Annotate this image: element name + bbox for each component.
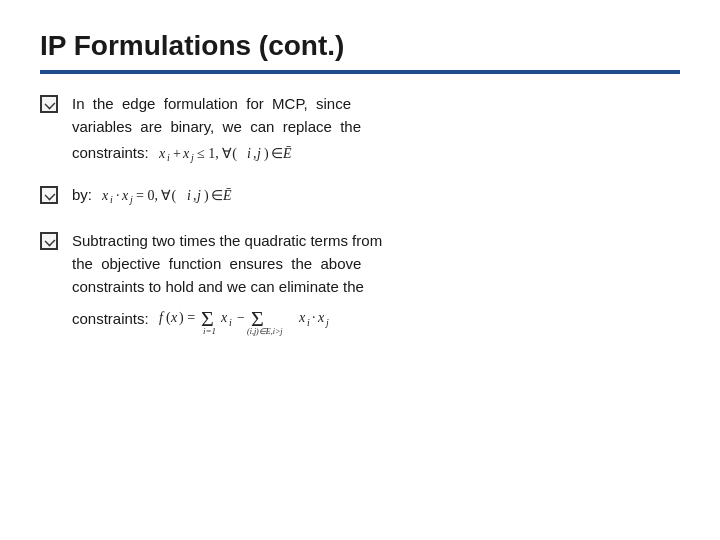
formula1-svg: x i + x j ≤ 1, ∀( i , j ) ∈ Ē [159,141,359,165]
bullet3-line1: Subtracting two times the quadratic term… [72,232,382,249]
svg-text:∈: ∈ [211,188,223,203]
bullet-item-1: In the edge formulation for MCP, since v… [40,92,680,165]
by-row: by: x i · x j = 0, ∀( i , j ) ∈ Ē [72,183,680,207]
svg-text:) =: ) = [179,310,195,326]
bullet3-text: Subtracting two times the quadratic term… [72,229,680,337]
svg-text:j: j [324,317,329,328]
bullet3-line2: the objective function ensures the above [72,255,361,272]
bullet1-text: In the edge formulation for MCP, since v… [72,92,680,165]
svg-text:,: , [253,146,257,161]
svg-text:i: i [187,188,191,203]
bullet1-line2: variables are binary, we can replace the [72,118,361,135]
svg-text:j: j [128,194,133,205]
svg-text:i: i [247,146,251,161]
svg-text:·: · [116,188,120,203]
bullet-content-1: In the edge formulation for MCP, since v… [72,92,680,165]
svg-text:∈: ∈ [271,146,283,161]
svg-text:f: f [159,310,165,325]
svg-text:i: i [229,317,232,328]
svg-text:x: x [182,146,190,161]
bullet-item-3: Subtracting two times the quadratic term… [40,229,680,337]
bullet1-line3: constraints: [72,141,149,164]
slide: IP Formulations (cont.) In the edge form… [0,0,720,540]
bullet3-line3: constraints to hold and we can eliminate… [72,278,364,295]
svg-text:x: x [159,146,166,161]
svg-text:i: i [167,152,170,163]
formula2-svg: x i · x j = 0, ∀( i , j ) ∈ Ē [102,183,302,207]
bullet-list: In the edge formulation for MCP, since v… [40,92,680,336]
bullet-content-2: by: x i · x j = 0, ∀( i , j ) ∈ Ē [72,183,680,207]
svg-text:≤ 1,  ∀(: ≤ 1, ∀( [197,146,237,162]
svg-text:): ) [204,188,209,204]
svg-text:·: · [312,310,316,325]
svg-text:Ē: Ē [222,188,232,203]
svg-text:= 0,  ∀(: = 0, ∀( [136,188,176,204]
svg-text:j: j [189,152,194,163]
svg-text:Ē: Ē [282,146,292,161]
svg-text:−: − [237,310,245,325]
bullet-checkbox-3 [40,232,58,250]
svg-text:,: , [193,188,197,203]
bullet1-constraint: constraints: x i + x j ≤ 1, ∀( i , j ) [72,141,680,165]
svg-text:i=1: i=1 [203,326,216,336]
formula3-svg: f ( x ) = Σ i=1 x i − [159,300,439,336]
svg-text:(i,j)∈E,i>j: (i,j)∈E,i>j [247,327,283,336]
svg-text:x: x [170,310,178,325]
bullet-item-2: by: x i · x j = 0, ∀( i , j ) ∈ Ē [40,183,680,207]
svg-text:i: i [110,194,113,205]
bullet-checkbox-2 [40,186,58,204]
svg-text:x: x [220,310,228,325]
bullet3-constraint: constraints: f ( x ) = Σ i=1 [72,300,680,336]
title-underline [40,70,680,74]
bullet-content-3: Subtracting two times the quadratic term… [72,229,680,337]
title-area: IP Formulations (cont.) [40,30,680,74]
svg-text:x: x [102,188,109,203]
svg-text:+: + [173,146,181,161]
bullet3-line4: constraints: [72,307,149,330]
svg-text:i: i [307,317,310,328]
by-label: by: [72,183,92,206]
bullet1-line1: In the edge formulation for MCP, since [72,95,351,112]
svg-text:x: x [121,188,129,203]
svg-text:): ) [264,146,269,162]
svg-text:x: x [317,310,325,325]
svg-text:x: x [298,310,306,325]
bullet-checkbox-1 [40,95,58,113]
slide-title: IP Formulations (cont.) [40,30,680,62]
